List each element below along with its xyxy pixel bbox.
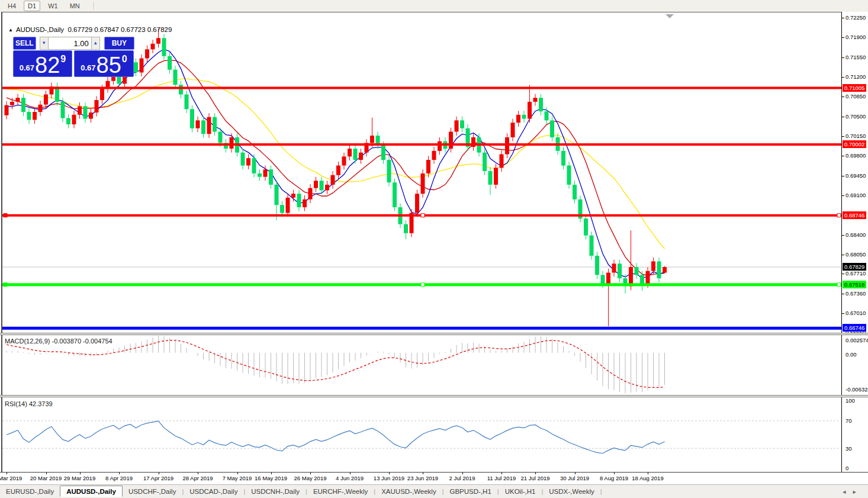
chart-tab-ukoil-h1[interactable]: UKOil-,H1: [499, 487, 542, 496]
date-tick-label: 17 Apr 2019: [143, 475, 173, 481]
price-tick-label: 0.69800: [846, 152, 866, 159]
chart-tab-usdcnh-daily[interactable]: USDCNH-,Daily: [245, 487, 306, 496]
timeframe-button-w1[interactable]: W1: [44, 1, 62, 11]
axis-tick: [842, 97, 844, 97]
level-price-badge: 0.68746: [843, 211, 866, 219]
date-tick-label: 18 Aug 2019: [632, 475, 663, 481]
date-tick-label: 11 Jul 2019: [487, 475, 516, 481]
date-axis[interactable]: 11 Mar 201920 Mar 201929 Mar 20198 Apr 2…: [0, 472, 868, 484]
price-tick-label: 0.71550: [846, 54, 866, 60]
buy-price-tile[interactable]: 0.67 85 0: [74, 50, 134, 77]
price-axis[interactable]: 0.722500.719000.715500.712000.708500.705…: [841, 12, 868, 473]
date-tick-label: 21 Jul 2019: [520, 475, 549, 481]
axis-tick: [842, 176, 844, 176]
price-tick-label: 0.70850: [846, 93, 866, 99]
date-tick-label: 11 Mar 2019: [0, 475, 22, 481]
price-tick-label: 0.70500: [846, 113, 866, 120]
chart-title: ▲AUDUSD-,Daily 0.67729 0.67847 0.67723 0…: [8, 26, 172, 33]
level-price-badge: 0.71005: [843, 84, 866, 92]
volume-decrease-button[interactable]: ▼: [40, 37, 49, 50]
chart-tab-audusd-daily[interactable]: AUDUSD-,Daily: [60, 486, 123, 497]
line-handle[interactable]: [837, 214, 841, 217]
date-tick: [80, 473, 81, 474]
line-handle[interactable]: [421, 283, 425, 287]
terminal-window: H4D1W1MN ▲AUDUSD-,Daily 0.67729 0.67847 …: [0, 0, 868, 498]
buy-price-big-digits: 85: [97, 55, 121, 75]
tab-scroll-left-icon[interactable]: ◂: [843, 488, 853, 495]
price-tick-label: 0.72250: [846, 14, 866, 21]
collapse-arrow-icon[interactable]: ▲: [8, 27, 13, 33]
chart-tab-usdcad-daily[interactable]: USDCAD-,Daily: [184, 487, 243, 496]
price-tick-label: 0.67360: [846, 290, 866, 297]
macd-tick-label: -0.006326: [846, 386, 868, 393]
chart-tab-xauusd-weekly[interactable]: XAUUSD-,Weekly: [375, 487, 442, 496]
axis-tick: [842, 195, 844, 196]
date-tick: [614, 473, 615, 474]
line-handle[interactable]: [4, 283, 7, 287]
chart-tab-usdx-weekly[interactable]: USDX-,Weekly: [543, 487, 600, 496]
timeframe-button-d1[interactable]: D1: [24, 1, 40, 11]
tab-separator: |: [600, 488, 602, 495]
date-tick: [648, 473, 648, 474]
sell-price-tile[interactable]: 0.67 82 9: [13, 50, 72, 77]
chart-window: ▲AUDUSD-,Daily 0.67729 0.67847 0.67723 0…: [0, 12, 868, 484]
price-tick-label: 0.69100: [846, 192, 866, 198]
macd-pane[interactable]: [2, 335, 841, 395]
date-tick: [237, 473, 238, 474]
axis-tick: [842, 37, 844, 38]
chart-tab-bar: EURUSD-,DailyAUDUSD-,DailyUSDCHF-,Daily|…: [0, 484, 868, 498]
date-tick: [46, 473, 47, 474]
level-price-badge: 0.66746: [843, 324, 866, 332]
chart-tab-usdchf-daily[interactable]: USDCHF-,Daily: [123, 487, 182, 496]
timeframe-button-mn[interactable]: MN: [66, 1, 84, 11]
line-handle[interactable]: [837, 283, 841, 287]
level-price-badge: 0.67518: [843, 281, 866, 288]
axis-tick: [842, 57, 844, 58]
date-tick: [501, 473, 502, 474]
price-tick-label: 0.68400: [846, 232, 866, 238]
macd-indicator-label: MACD(12,26,9) -0.003870 -0.004754: [5, 338, 112, 345]
date-tick-label: 29 Mar 2019: [64, 475, 95, 481]
tab-scroll-right-icon[interactable]: ▸: [853, 488, 863, 495]
axis-tick: [842, 255, 844, 255]
date-tick: [119, 473, 120, 474]
rsi-tick-label: 100: [846, 397, 855, 404]
date-tick: [389, 473, 390, 474]
volume-input[interactable]: [49, 37, 91, 50]
date-tick: [535, 473, 536, 474]
chart-symbol-label: AUDUSD-,Daily: [16, 26, 64, 33]
axis-tick: [842, 18, 844, 18]
line-handle[interactable]: [4, 214, 7, 217]
date-tick-label: 8 Apr 2019: [105, 475, 133, 481]
axis-tick: [842, 117, 844, 117]
date-tick-label: 30 Jul 2019: [560, 475, 589, 481]
axis-tick: [842, 136, 844, 137]
date-tick: [271, 473, 272, 474]
pane-splitter[interactable]: [0, 395, 868, 397]
date-tick-label: 4 Jun 2019: [336, 475, 364, 481]
sell-button[interactable]: SELL: [13, 37, 36, 50]
rsi-pane[interactable]: [2, 398, 841, 472]
pane-splitter[interactable]: [0, 333, 868, 335]
autoscroll-marker-icon[interactable]: [666, 14, 674, 18]
chart-tab-eurchf-weekly[interactable]: EURCHF-,Weekly: [307, 487, 374, 496]
price-tick-label: 0.69450: [846, 172, 866, 179]
line-handle[interactable]: [421, 214, 425, 217]
date-tick-label: 16 May 2019: [255, 475, 287, 481]
rsi-indicator-label: RSI(14) 42.3739: [5, 400, 53, 407]
macd-tick-label: 0.002574: [846, 337, 868, 343]
rsi-line: [7, 421, 665, 453]
macd-signal-line: [7, 340, 665, 388]
sell-price-pipette: 9: [60, 54, 66, 65]
ma-fast-line: [7, 49, 665, 278]
sell-price-prefix: 0.67: [20, 63, 34, 72]
timeframe-button-h4[interactable]: H4: [4, 1, 20, 11]
volume-increase-button[interactable]: ▲: [91, 37, 100, 50]
chart-tab-gbpusd-h1[interactable]: GBPUSD-,H1: [444, 487, 497, 496]
date-tick-label: 28 Apr 2019: [182, 475, 213, 481]
buy-button[interactable]: BUY: [104, 37, 134, 50]
chart-ohlc-values: 0.67729 0.67847 0.67723 0.67829: [67, 26, 172, 33]
level-price-badge: 0.70002: [843, 140, 866, 148]
chart-tab-eurusd-daily[interactable]: EURUSD-,Daily: [0, 487, 60, 496]
date-tick-label: 7 May 2019: [223, 475, 252, 481]
